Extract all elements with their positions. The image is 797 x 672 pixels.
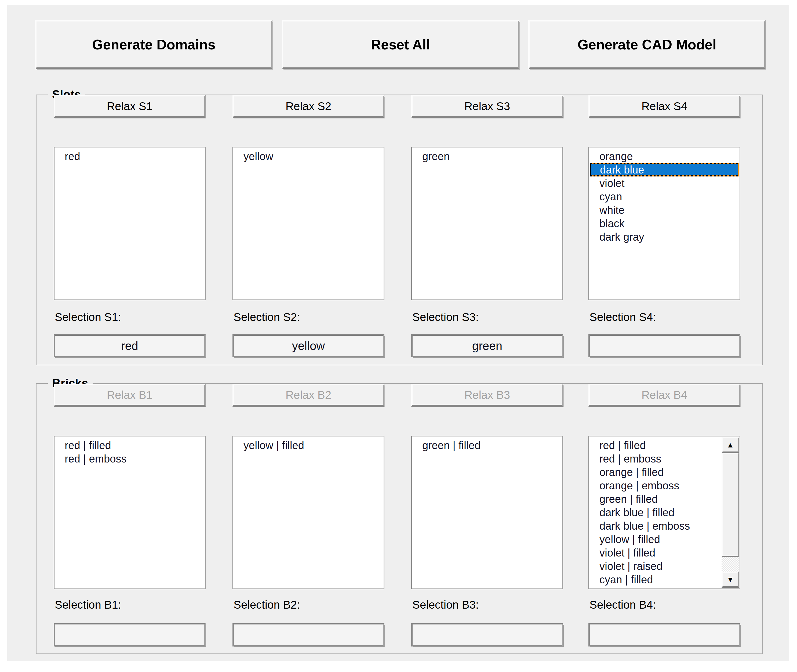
slot-s2-listbox[interactable]: yellow [232, 147, 384, 300]
relax-b2-button: Relax B2 [232, 384, 384, 406]
selection-b4-label: Selection B4: [589, 599, 656, 611]
list-item[interactable]: green [412, 150, 562, 163]
bricks-group: Bricks Relax B1 red | filledred | emboss… [36, 383, 763, 654]
selection-s2-value: yellow [292, 339, 325, 353]
selection-s3-field[interactable]: green [411, 334, 563, 357]
list-item[interactable]: dark blue [590, 163, 739, 176]
brick-column-b2: Relax B2 yellow | filled Selection B2: [232, 384, 384, 653]
scrollbar-track[interactable] [722, 453, 739, 571]
selection-b2-label: Selection B2: [233, 599, 300, 611]
list-item[interactable]: red [54, 150, 205, 163]
relax-b1-button: Relax B1 [54, 384, 206, 406]
slot-s3-listbox[interactable]: green [411, 147, 563, 300]
generate-domains-button[interactable]: Generate Domains [35, 20, 273, 69]
list-item[interactable]: red | emboss [589, 452, 720, 466]
selection-b2-field[interactable] [232, 623, 384, 646]
list-item[interactable]: green | filled [589, 492, 720, 506]
selection-b3-label: Selection B3: [412, 599, 479, 611]
relax-s1-button[interactable]: Relax S1 [54, 95, 206, 118]
list-item[interactable]: orange [589, 150, 740, 163]
brick-b1-listbox[interactable]: red | filledred | emboss [54, 436, 206, 589]
scroll-up-button[interactable]: ▲ [722, 437, 739, 453]
list-item[interactable]: cyan [589, 190, 740, 203]
list-item[interactable]: violet [589, 176, 740, 190]
selection-b3-field[interactable] [411, 623, 563, 646]
selection-b1-field[interactable] [54, 623, 206, 646]
selection-s1-value: red [121, 339, 138, 353]
relax-b4-button: Relax B4 [588, 384, 740, 406]
down-arrow-icon: ▼ [727, 576, 734, 583]
scroll-down-button[interactable]: ▼ [722, 571, 739, 588]
brick-b4-listbox[interactable]: red | filledred | embossorange | filledo… [588, 436, 740, 589]
list-item[interactable]: violet | raised [589, 560, 720, 573]
selection-s2-label: Selection S2: [233, 311, 300, 323]
brick-column-b4: Relax B4 red | filledred | embossorange … [588, 384, 740, 653]
brick-b3-listbox[interactable]: green | filled [411, 436, 563, 589]
list-item[interactable]: cyan | filled [589, 573, 720, 586]
slot-column-s1: Relax S1 red Selection S1: red [54, 95, 206, 365]
relax-s2-button[interactable]: Relax S2 [232, 95, 384, 118]
slot-column-s2: Relax S2 yellow Selection S2: yellow [232, 95, 384, 365]
selection-s3-value: green [472, 339, 503, 353]
reset-all-button[interactable]: Reset All [282, 20, 519, 69]
slot-s1-listbox[interactable]: red [54, 147, 206, 300]
brick-column-b1: Relax B1 red | filledred | emboss Select… [54, 384, 206, 653]
list-item[interactable]: yellow | filled [233, 438, 383, 452]
list-item[interactable]: orange | emboss [589, 479, 720, 492]
brick-column-b3: Relax B3 green | filled Selection B3: [411, 384, 563, 653]
list-item[interactable]: yellow | filled [589, 533, 720, 546]
b4-vertical-scrollbar[interactable]: ▲ ▼ [722, 437, 739, 588]
list-item[interactable]: black [589, 217, 740, 230]
slot-column-s3: Relax S3 green Selection S3: green [411, 95, 563, 365]
list-item[interactable]: dark gray [589, 230, 740, 243]
selection-s2-field[interactable]: yellow [232, 334, 384, 357]
list-item[interactable]: white [589, 203, 740, 217]
list-item[interactable]: dark blue | filled [589, 506, 720, 519]
selection-b4-field[interactable] [588, 623, 740, 646]
list-item[interactable]: dark blue | emboss [589, 519, 720, 533]
selection-b1-label: Selection B1: [55, 599, 121, 611]
main-panel: Generate Domains Reset All Generate CAD … [7, 5, 789, 661]
list-item[interactable]: violet | filled [589, 546, 720, 560]
list-item[interactable]: yellow [233, 150, 383, 163]
relax-b3-button: Relax B3 [411, 384, 563, 406]
selection-s3-label: Selection S3: [412, 311, 479, 323]
list-item[interactable]: green | filled [412, 438, 562, 452]
slot-s4-listbox[interactable]: orangedark bluevioletcyanwhiteblackdark … [588, 147, 740, 300]
generate-cad-model-button[interactable]: Generate CAD Model [528, 20, 766, 69]
selection-s4-label: Selection S4: [589, 311, 656, 323]
list-item[interactable]: red | filled [54, 438, 205, 452]
selection-s1-field[interactable]: red [54, 334, 206, 357]
list-item[interactable]: red | emboss [54, 452, 205, 466]
brick-b2-listbox[interactable]: yellow | filled [232, 436, 384, 589]
slot-column-s4: Relax S4 orangedark bluevioletcyanwhiteb… [588, 95, 740, 365]
relax-s4-button[interactable]: Relax S4 [588, 95, 740, 118]
relax-s3-button[interactable]: Relax S3 [411, 95, 563, 118]
slots-group: Slots Relax S1 red Selection S1: red Rel… [36, 94, 763, 365]
list-item[interactable]: red | filled [589, 438, 720, 452]
list-item[interactable]: orange | filled [589, 466, 720, 479]
selection-s4-field[interactable] [588, 334, 740, 357]
scrollbar-thumb[interactable] [722, 453, 739, 557]
selection-s1-label: Selection S1: [55, 311, 121, 323]
up-arrow-icon: ▲ [727, 441, 734, 449]
app-window: Generate Domains Reset All Generate CAD … [0, 0, 797, 672]
